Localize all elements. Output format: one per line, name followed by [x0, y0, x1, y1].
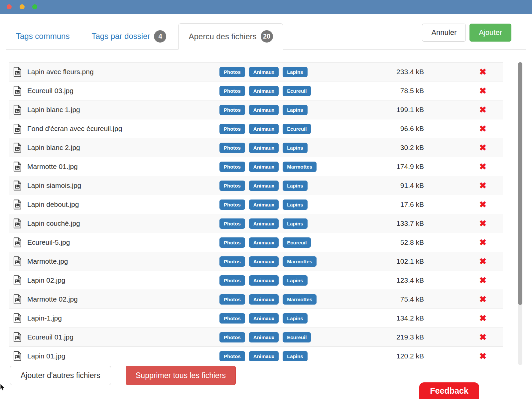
- tag-badge: Lapins: [283, 67, 307, 77]
- tag-badge: Photos: [219, 218, 245, 229]
- file-size: 134.2 kB: [396, 314, 424, 322]
- image-file-icon: [13, 200, 21, 209]
- tab-tags-par-dossier[interactable]: Tags par dossier 4: [81, 23, 176, 49]
- file-size: 174.9 kB: [396, 163, 424, 171]
- tag-badge: Photos: [219, 143, 245, 153]
- remove-file-button[interactable]: ✖: [479, 352, 486, 360]
- add-button[interactable]: Ajouter: [469, 24, 511, 42]
- remove-file-button[interactable]: ✖: [479, 276, 486, 285]
- tag-badge: Photos: [219, 86, 245, 96]
- file-row: Marmotte 01.jpg PhotosAnimauxMarmottes 1…: [9, 157, 503, 176]
- image-file-icon: [13, 275, 21, 285]
- file-size: 75.4 kB: [400, 295, 424, 303]
- tab-count-badge: 20: [261, 30, 273, 43]
- file-tags: PhotosAnimauxMarmottes: [219, 157, 321, 176]
- file-size: 219.3 kB: [396, 333, 424, 341]
- tag-badge: Animaux: [249, 162, 279, 172]
- add-more-files-button[interactable]: Ajouter d'autres fichiers: [10, 366, 111, 385]
- remove-file-button[interactable]: ✖: [479, 314, 486, 323]
- tag-badge: Photos: [219, 332, 245, 342]
- zoom-button[interactable]: [32, 4, 37, 9]
- tag-badge: Photos: [219, 237, 245, 248]
- tab-label: Tags par dossier: [91, 32, 150, 41]
- delete-all-files-button[interactable]: Supprimer tous les fichiers: [126, 366, 236, 385]
- tag-badge: Animaux: [249, 200, 279, 210]
- image-file-icon: [13, 181, 21, 191]
- file-name: Ecureuil 01.jpg: [27, 333, 73, 341]
- file-size: 91.4 kB: [400, 182, 424, 190]
- tag-badge: Photos: [219, 313, 245, 324]
- tab-tags-communs[interactable]: Tags communs: [6, 23, 79, 49]
- file-size: 120.2 kB: [396, 352, 424, 360]
- remove-file-button[interactable]: ✖: [479, 200, 486, 209]
- close-button[interactable]: [7, 4, 12, 9]
- file-tags: PhotosAnimauxLapins: [219, 63, 312, 81]
- tag-badge: Lapins: [283, 105, 307, 115]
- remove-file-button[interactable]: ✖: [479, 162, 486, 171]
- tag-badge: Animaux: [249, 143, 279, 153]
- file-size: 233.4 kB: [396, 68, 424, 76]
- file-tags: PhotosAnimauxLapins: [219, 100, 312, 119]
- tag-badge: Animaux: [249, 67, 279, 77]
- file-name: Lapin blanc 2.jpg: [27, 144, 80, 152]
- file-row: Lapin avec fleurs.png PhotosAnimauxLapin…: [9, 62, 503, 81]
- remove-file-button[interactable]: ✖: [479, 238, 486, 247]
- tag-badge: Ecureuil: [283, 124, 311, 134]
- remove-file-button[interactable]: ✖: [479, 67, 486, 76]
- file-name: Lapin siamois.jpg: [27, 182, 81, 190]
- file-tags: PhotosAnimauxEcureuil: [219, 81, 315, 100]
- file-name: Lapin-1.jpg: [27, 314, 62, 322]
- image-file-icon: [13, 162, 21, 172]
- remove-file-button[interactable]: ✖: [479, 143, 486, 152]
- file-list: Lapin avec fleurs.png PhotosAnimauxLapin…: [9, 62, 503, 361]
- file-tags: PhotosAnimauxEcureuil: [219, 328, 315, 346]
- file-row: Ecureuil-5.jpg PhotosAnimauxEcureuil 52.…: [9, 233, 503, 252]
- file-size: 78.5 kB: [400, 87, 424, 95]
- image-file-icon: [13, 313, 21, 323]
- tab-label: Apercu des fichiers: [189, 32, 256, 41]
- file-tags: PhotosAnimauxEcureuil: [219, 119, 315, 138]
- remove-file-button[interactable]: ✖: [479, 181, 486, 190]
- tag-badge: Lapins: [283, 143, 307, 153]
- file-size: 102.1 kB: [396, 257, 424, 265]
- file-tags: PhotosAnimauxMarmottes: [219, 290, 321, 309]
- image-file-icon: [13, 351, 21, 361]
- file-size: 96.6 kB: [400, 125, 424, 133]
- file-tags: PhotosAnimauxLapins: [219, 195, 312, 214]
- feedback-button[interactable]: Feedback: [419, 382, 479, 399]
- file-row: Lapin blanc 1.jpg PhotosAnimauxLapins 19…: [9, 100, 503, 119]
- image-file-icon: [13, 105, 21, 115]
- tag-badge: Lapins: [283, 313, 307, 324]
- tag-badge: Animaux: [249, 351, 279, 361]
- file-row: Lapin-1.jpg PhotosAnimauxLapins 134.2 kB…: [9, 309, 503, 328]
- file-row: Marmotte.jpg PhotosAnimauxMarmottes 102.…: [9, 252, 503, 271]
- remove-file-button[interactable]: ✖: [479, 333, 486, 341]
- tag-badge: Photos: [219, 162, 245, 172]
- file-name: Lapin debout.jpg: [27, 200, 79, 208]
- tag-badge: Photos: [219, 105, 245, 115]
- file-name: Lapin avec fleurs.png: [27, 68, 94, 76]
- file-size: 30.2 kB: [400, 144, 424, 152]
- file-row: Ecureuil 03.jpg PhotosAnimauxEcureuil 78…: [9, 81, 503, 100]
- file-name: Ecureuil-5.jpg: [27, 238, 70, 246]
- tab-apercu-des-fichiers[interactable]: Apercu des fichiers 20: [178, 23, 283, 50]
- minimize-button[interactable]: [20, 4, 25, 9]
- file-tags: PhotosAnimauxLapins: [219, 309, 312, 328]
- file-tags: PhotosAnimauxLapins: [219, 214, 312, 233]
- tag-badge: Lapins: [283, 275, 307, 286]
- image-file-icon: [13, 86, 21, 96]
- remove-file-button[interactable]: ✖: [479, 124, 486, 133]
- tag-badge: Animaux: [249, 218, 279, 229]
- scrollbar-thumb[interactable]: [518, 62, 522, 305]
- remove-file-button[interactable]: ✖: [479, 86, 486, 95]
- remove-file-button[interactable]: ✖: [479, 257, 486, 266]
- remove-file-button[interactable]: ✖: [479, 295, 486, 304]
- file-tags: PhotosAnimauxLapins: [219, 138, 312, 157]
- remove-file-button[interactable]: ✖: [479, 219, 486, 228]
- cancel-button[interactable]: Annuler: [422, 24, 466, 42]
- tag-badge: Animaux: [249, 256, 279, 267]
- tag-badge: Animaux: [249, 332, 279, 342]
- file-size: 133.7 kB: [396, 219, 424, 227]
- image-file-icon: [13, 294, 21, 304]
- remove-file-button[interactable]: ✖: [479, 105, 486, 114]
